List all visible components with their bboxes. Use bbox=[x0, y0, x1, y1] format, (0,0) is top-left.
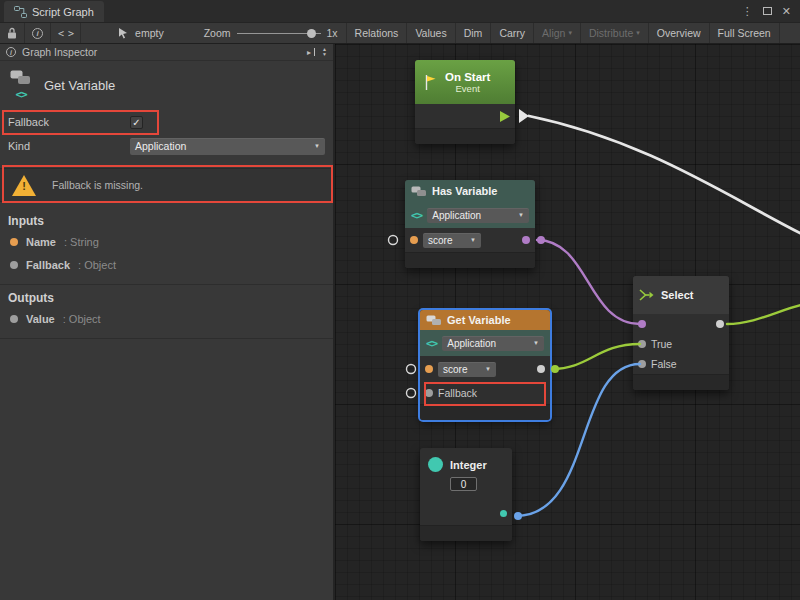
inputs-section-header: Inputs bbox=[0, 214, 333, 230]
fallback-property-label: Fallback bbox=[8, 116, 130, 128]
has-variable-name-row: score ▼ bbox=[405, 228, 535, 252]
integer-value-field[interactable]: 0 bbox=[450, 477, 477, 491]
variable-name-dropdown[interactable]: score ▼ bbox=[438, 362, 496, 377]
chevron-down-icon: ▼ bbox=[479, 366, 491, 372]
kind-dropdown[interactable]: Application ▼ bbox=[130, 138, 325, 155]
on-start-output-row bbox=[415, 104, 515, 128]
string-port-icon bbox=[10, 238, 18, 246]
warning-icon: ! bbox=[12, 175, 36, 196]
divider bbox=[0, 338, 333, 339]
dim-button[interactable]: Dim bbox=[455, 23, 491, 43]
true-input-port[interactable] bbox=[638, 340, 646, 348]
false-input-port[interactable] bbox=[638, 360, 646, 368]
node-get-variable[interactable]: Get Variable <> Application ▼ score ▼ F bbox=[420, 310, 550, 420]
carry-button[interactable]: Carry bbox=[490, 23, 533, 43]
panel-scroll-arrows[interactable]: ▲ ▼ bbox=[322, 47, 327, 57]
unconnected-port-circle bbox=[389, 236, 398, 245]
wire-has-variable-to-select[interactable] bbox=[537, 240, 640, 324]
unconnected-port-circle bbox=[407, 389, 416, 398]
condition-input-port[interactable] bbox=[638, 320, 646, 328]
output-row-value: Value : Object bbox=[0, 307, 333, 330]
wire-get-variable-to-true[interactable] bbox=[552, 344, 640, 369]
chevron-down-icon: ▼ bbox=[308, 143, 320, 149]
node-on-start[interactable]: On Start Event bbox=[415, 60, 515, 144]
node-has-variable[interactable]: Has Variable <> Application ▼ score ▼ bbox=[405, 180, 535, 268]
has-variable-header: Has Variable bbox=[405, 180, 535, 202]
select-header: Select bbox=[633, 276, 729, 314]
node-footer bbox=[420, 404, 550, 420]
fallback-property-row: Fallback ✓ bbox=[0, 110, 333, 134]
overview-button[interactable]: Overview bbox=[648, 23, 709, 43]
relations-button[interactable]: Relations bbox=[346, 23, 407, 43]
zoom-slider[interactable] bbox=[237, 28, 321, 38]
false-port-label: False bbox=[651, 358, 677, 370]
selection-output-port[interactable] bbox=[716, 320, 724, 328]
menu-dots-icon[interactable]: ⋮ bbox=[742, 5, 753, 18]
zoom-slider-knob[interactable] bbox=[307, 29, 316, 38]
get-variable-kind-dropdown[interactable]: Application ▼ bbox=[442, 336, 544, 351]
wire-select-output[interactable] bbox=[727, 305, 800, 324]
code-icon: <> bbox=[426, 337, 437, 350]
check-icon: ✓ bbox=[132, 117, 140, 128]
purple-endpoint-dot bbox=[537, 236, 545, 244]
variable-name-dropdown[interactable]: score ▼ bbox=[423, 233, 481, 248]
warning-box: ! Fallback is missing. bbox=[0, 168, 333, 202]
code-view-button[interactable]: < > bbox=[51, 23, 81, 43]
node-select[interactable]: Select True False bbox=[633, 276, 729, 390]
graph-inspector-header: i Graph Inspector ▸ ▲ ▼ bbox=[0, 44, 333, 61]
has-variable-subheader: <> Application ▼ bbox=[405, 202, 535, 228]
integer-output-row bbox=[420, 501, 512, 525]
lock-button[interactable] bbox=[0, 23, 25, 43]
value-output-port[interactable] bbox=[537, 365, 545, 373]
align-button[interactable]: Align▾ bbox=[533, 23, 580, 43]
get-variable-title: Get Variable bbox=[447, 314, 511, 326]
close-icon[interactable]: ✕ bbox=[782, 5, 791, 18]
green-endpoint-dot bbox=[551, 365, 559, 373]
info-icon: i bbox=[6, 47, 16, 57]
has-variable-kind-dropdown[interactable]: Application ▼ bbox=[427, 208, 529, 223]
inspected-node-title: Get Variable bbox=[44, 78, 115, 93]
cursor-icon bbox=[117, 27, 129, 39]
chevron-down-icon: ▾ bbox=[568, 29, 572, 37]
flow-connection-arrow bbox=[519, 109, 529, 123]
get-variable-subheader: <> Application ▼ bbox=[420, 330, 550, 356]
on-start-header: On Start Event bbox=[415, 60, 515, 104]
inspect-button[interactable]: i bbox=[25, 23, 51, 43]
node-footer bbox=[420, 525, 512, 541]
on-start-subtitle: Event bbox=[456, 83, 480, 94]
code-icon: <> bbox=[411, 209, 422, 222]
values-button[interactable]: Values bbox=[406, 23, 454, 43]
divider bbox=[0, 284, 333, 285]
true-port-label: True bbox=[651, 338, 672, 350]
name-input-port[interactable] bbox=[425, 365, 433, 373]
tab-script-graph[interactable]: Script Graph bbox=[4, 1, 104, 22]
maximize-icon[interactable] bbox=[763, 7, 772, 15]
selection-label: empty bbox=[135, 27, 164, 39]
name-input-port[interactable] bbox=[410, 236, 418, 244]
node-integer[interactable]: Integer 0 bbox=[420, 448, 512, 541]
integer-header: Integer 0 bbox=[420, 448, 512, 501]
graph-canvas[interactable]: On Start Event Has Variable <> bbox=[335, 44, 800, 600]
code-icon: < > bbox=[58, 28, 73, 39]
full-screen-button[interactable]: Full Screen bbox=[709, 23, 780, 43]
wire-on-start[interactable] bbox=[529, 116, 800, 233]
flow-output-port[interactable] bbox=[500, 111, 510, 122]
collapse-panel-icon[interactable]: ▸ bbox=[307, 48, 311, 57]
fallback-input-port[interactable] bbox=[425, 389, 433, 397]
select-false-row: False bbox=[633, 354, 729, 374]
info-icon: i bbox=[32, 28, 43, 39]
integer-output-port[interactable] bbox=[500, 510, 507, 517]
result-output-port[interactable] bbox=[522, 236, 530, 244]
scroll-down-icon[interactable]: ▼ bbox=[322, 52, 327, 57]
variables-icon bbox=[411, 186, 427, 197]
distribute-button[interactable]: Distribute▾ bbox=[580, 23, 648, 43]
kind-dropdown-value: Application bbox=[135, 140, 186, 152]
kind-property-row: Kind Application ▼ bbox=[0, 134, 333, 158]
lock-icon bbox=[7, 27, 17, 39]
kind-property-label: Kind bbox=[8, 140, 130, 152]
node-footer bbox=[415, 128, 515, 144]
selection-indicator: empty bbox=[117, 27, 164, 39]
graph-toolbar: i < > empty Zoom 1x Relations Values Dim… bbox=[0, 22, 800, 44]
fallback-checkbox[interactable]: ✓ bbox=[130, 116, 143, 129]
get-variable-name-row: score ▼ bbox=[420, 356, 550, 382]
